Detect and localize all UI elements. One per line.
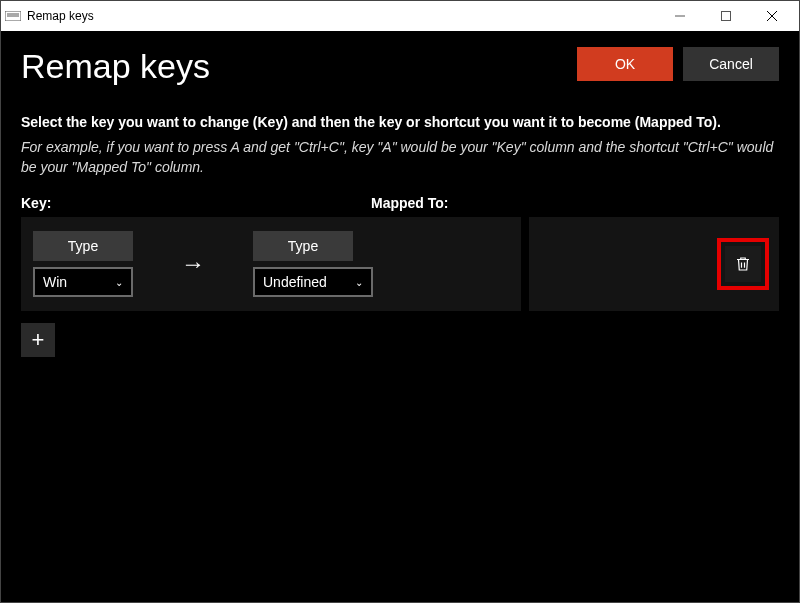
chevron-down-icon: ⌄: [115, 277, 123, 288]
arrow-icon: →: [133, 250, 253, 278]
key-select-value: Win: [43, 274, 67, 290]
plus-icon: +: [32, 327, 45, 353]
key-block: Type Win ⌄: [33, 231, 133, 297]
minimize-button[interactable]: [657, 1, 703, 31]
column-key-label: Key:: [21, 195, 371, 211]
mapping-row: Type Win ⌄ → Type Undefined ⌄: [21, 217, 779, 311]
maximize-button[interactable]: [703, 1, 749, 31]
ok-button[interactable]: OK: [577, 47, 673, 81]
delete-panel: [529, 217, 779, 311]
page-title: Remap keys: [21, 47, 577, 86]
mapped-select-value: Undefined: [263, 274, 327, 290]
example-text: For example, if you want to press A and …: [21, 138, 779, 177]
window-title: Remap keys: [27, 9, 94, 23]
mapped-type-button[interactable]: Type: [253, 231, 353, 261]
header-row: Remap keys OK Cancel: [21, 47, 779, 86]
add-button[interactable]: +: [21, 323, 55, 357]
mapped-block: Type Undefined ⌄: [253, 231, 373, 297]
column-mapped-label: Mapped To:: [371, 195, 449, 211]
key-type-button[interactable]: Type: [33, 231, 133, 261]
mapping-panel: Type Win ⌄ → Type Undefined ⌄: [21, 217, 521, 311]
close-button[interactable]: [749, 1, 795, 31]
content-area: Remap keys OK Cancel Select the key you …: [1, 31, 799, 602]
instructions-text: Select the key you want to change (Key) …: [21, 114, 779, 130]
trash-icon: [734, 255, 752, 273]
delete-highlight: [717, 238, 769, 290]
app-icon: [5, 8, 21, 24]
chevron-down-icon: ⌄: [355, 277, 363, 288]
svg-rect-4: [722, 12, 731, 21]
key-select[interactable]: Win ⌄: [33, 267, 133, 297]
delete-button[interactable]: [725, 246, 761, 282]
window: Remap keys Remap keys OK Cancel Select t…: [0, 0, 800, 603]
column-headers: Key: Mapped To:: [21, 195, 779, 211]
cancel-button[interactable]: Cancel: [683, 47, 779, 81]
mapped-select[interactable]: Undefined ⌄: [253, 267, 373, 297]
titlebar: Remap keys: [1, 1, 799, 31]
